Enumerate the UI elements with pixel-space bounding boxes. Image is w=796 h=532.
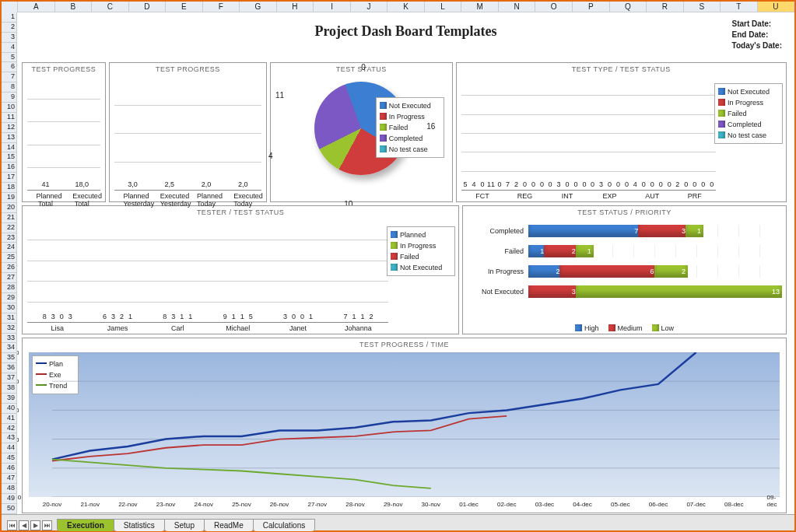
column-header[interactable]: N — [499, 2, 536, 12]
tab-nav-last-icon[interactable]: ⏭ — [42, 520, 52, 530]
row-header[interactable]: 13 — [2, 133, 17, 143]
row-header[interactable]: 25 — [2, 253, 17, 263]
row-header[interactable]: 43 — [2, 433, 17, 443]
row-header[interactable]: 40 — [2, 404, 17, 414]
hbar-row: In Progress262 — [469, 265, 780, 278]
row-header[interactable]: 6 — [2, 62, 17, 72]
row-header[interactable]: 44 — [2, 443, 17, 453]
column-header[interactable]: U — [758, 2, 795, 12]
row-header[interactable]: 16 — [2, 163, 17, 173]
chart-progress-time[interactable]: TEST PROGRESS / TIME PlanExeTrend -10,00… — [22, 338, 787, 513]
sheet-tab[interactable]: Calculations — [253, 519, 315, 531]
column-header[interactable]: E — [166, 2, 203, 12]
row-header[interactable]: 1 — [2, 12, 17, 23]
row-header[interactable]: 48 — [2, 484, 17, 494]
row-header[interactable]: 7 — [2, 72, 17, 82]
tab-nav-prev-icon[interactable]: ◀ — [19, 520, 29, 530]
row-header[interactable]: 19 — [2, 193, 17, 203]
column-header[interactable]: J — [351, 2, 388, 12]
row-header[interactable]: 26 — [2, 263, 17, 273]
row-header[interactable]: 3 — [2, 33, 17, 43]
row-header[interactable]: 34 — [2, 343, 17, 353]
chart-status-priority[interactable]: TEST STATUS / PRIORITY Completed731Faile… — [462, 205, 787, 334]
row-header[interactable]: 47 — [2, 474, 17, 484]
column-header[interactable]: P — [573, 2, 610, 12]
data-label: 2,0 — [238, 180, 248, 188]
row-header[interactable]: 11 — [2, 113, 17, 123]
row-header[interactable]: 41 — [2, 414, 17, 424]
row-header[interactable]: 31 — [2, 313, 17, 324]
row-header[interactable]: 17 — [2, 173, 17, 183]
row-header[interactable]: 2 — [2, 23, 17, 33]
tab-nav-next-icon[interactable]: ▶ — [30, 520, 40, 530]
row-header[interactable]: 8 — [2, 82, 17, 93]
sheet-tab[interactable]: Execution — [57, 519, 114, 531]
row-header[interactable]: 33 — [2, 334, 17, 344]
row-header[interactable]: 28 — [2, 283, 17, 293]
row-header[interactable]: 29 — [2, 293, 17, 303]
column-header[interactable]: T — [721, 2, 758, 12]
row-header[interactable]: 22 — [2, 223, 17, 233]
column-header[interactable]: G — [240, 2, 277, 12]
row-header[interactable]: 4 — [2, 43, 17, 53]
data-label: 3 — [68, 313, 72, 320]
x-tick-label: 29-nov — [384, 501, 402, 508]
row-header[interactable]: 36 — [2, 363, 17, 373]
chart-test-status-pie[interactable]: TEST STATUS Not ExecutedIn ProgressFaile… — [270, 62, 453, 202]
x-tick-label: 08-dec — [724, 501, 743, 508]
column-header[interactable]: H — [277, 2, 314, 12]
column-header[interactable]: C — [92, 2, 129, 12]
column-header[interactable]: S — [684, 2, 721, 12]
row-header[interactable]: 10 — [2, 103, 17, 113]
row-header[interactable]: 15 — [2, 152, 17, 163]
category-label: Janet — [278, 324, 318, 332]
row-header[interactable]: 45 — [2, 453, 17, 464]
sheet-tab[interactable]: Setup — [164, 519, 205, 531]
chart-test-progress-day[interactable]: TEST PROGRESS 3,0Planned Yesterday2,5Exe… — [109, 62, 267, 202]
selectall-corner[interactable] — [2, 2, 18, 12]
row-header[interactable]: 35 — [2, 353, 17, 363]
row-header[interactable]: 23 — [2, 233, 17, 243]
row-header[interactable]: 14 — [2, 143, 17, 153]
row-header[interactable]: 27 — [2, 273, 17, 283]
column-header[interactable]: A — [18, 2, 55, 12]
column-header[interactable]: B — [55, 2, 93, 12]
column-header[interactable]: L — [425, 2, 462, 12]
chart-test-progress-total[interactable]: TEST PROGRESS 41Planned Total18,0Execute… — [22, 62, 106, 202]
row-header[interactable]: 46 — [2, 464, 17, 474]
row-header[interactable]: 38 — [2, 383, 17, 394]
row-header[interactable]: 9 — [2, 93, 17, 103]
row-header[interactable]: 49 — [2, 494, 17, 504]
row-header[interactable]: 18 — [2, 183, 17, 193]
tab-nav-first-icon[interactable]: ⏮ — [7, 520, 17, 530]
row-header[interactable]: 32 — [2, 324, 17, 334]
column-header[interactable]: I — [314, 2, 351, 12]
row-header[interactable]: 42 — [2, 424, 17, 434]
worksheet[interactable]: Project Dash Board Templates Start Date:… — [17, 12, 794, 514]
x-tick-label: 06-dec — [649, 501, 668, 508]
bar-segment: 3 — [638, 225, 688, 237]
column-header[interactable]: O — [535, 2, 573, 12]
row-header[interactable]: 50 — [2, 504, 17, 514]
data-label: 0 — [531, 180, 535, 188]
sheet-tab[interactable]: ReadMe — [204, 519, 254, 531]
row-header[interactable]: 12 — [2, 123, 17, 133]
row-header[interactable]: 5 — [2, 53, 17, 63]
sheet-tab[interactable]: Statistics — [114, 519, 165, 531]
row-header[interactable]: 24 — [2, 243, 17, 253]
column-header[interactable]: F — [203, 2, 240, 12]
row-header[interactable]: 20 — [2, 203, 17, 213]
column-header[interactable]: D — [129, 2, 167, 12]
column-header[interactable]: K — [387, 2, 425, 12]
chart-test-type-status[interactable]: TEST TYPE / TEST STATUS 540110FCT72000RE… — [456, 62, 787, 202]
column-header[interactable]: M — [461, 2, 499, 12]
column-header[interactable]: Q — [610, 2, 647, 12]
y-tick-label: 20,0 — [17, 407, 19, 414]
sheet-tabs: ⏮ ◀ ▶ ⏭ ExecutionStatisticsSetupReadMeCa… — [2, 514, 794, 530]
column-header[interactable]: R — [647, 2, 684, 12]
row-header[interactable]: 21 — [2, 213, 17, 223]
row-header[interactable]: 39 — [2, 394, 17, 404]
chart-tester-status[interactable]: TESTER / TEST STATUS 8303Lisa6321James83… — [22, 205, 459, 334]
row-header[interactable]: 37 — [2, 373, 17, 383]
row-header[interactable]: 30 — [2, 303, 17, 313]
